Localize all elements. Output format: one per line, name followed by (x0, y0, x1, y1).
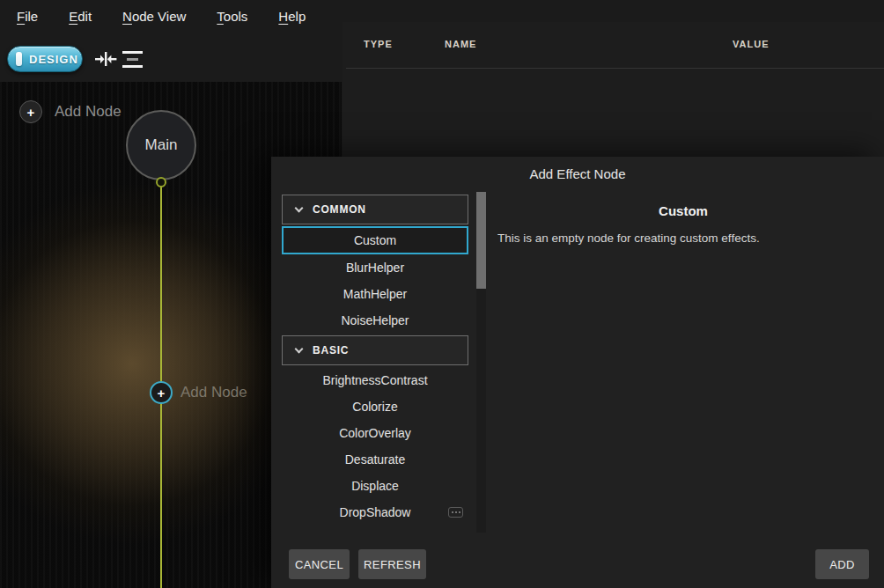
main-node[interactable]: Main (126, 110, 196, 180)
chevron-down-icon (295, 344, 304, 353)
more-options-icon (448, 507, 463, 518)
design-mode-toggle[interactable]: DESIGN (7, 46, 83, 72)
collapse-horizontal-icon[interactable] (94, 50, 117, 68)
app-window: File Edit Node View Tools Help DESIGN TY… (0, 0, 884, 588)
add-effect-node-dialog: Add Effect Node COMMON Custom BlurHelper… (271, 157, 884, 588)
plus-icon: + (27, 105, 35, 120)
effect-item-desaturate[interactable]: Desaturate (282, 446, 468, 473)
header-divider (346, 68, 884, 69)
add-node-button-top[interactable]: + (19, 100, 42, 123)
effect-item-noisehelper[interactable]: NoiseHelper (282, 307, 468, 334)
refresh-button[interactable]: REFRESH (358, 549, 426, 579)
menu-help[interactable]: Help (277, 7, 306, 26)
column-header-type: TYPE (364, 39, 393, 49)
effect-detail-description: This is an empty node for creating custo… (497, 232, 875, 245)
add-button[interactable]: ADD (815, 549, 869, 579)
section-header-basic[interactable]: BASIC (282, 335, 468, 365)
menu-edit[interactable]: Edit (68, 7, 92, 26)
column-header-value: VALUE (733, 39, 769, 49)
effect-item-mathhelper[interactable]: MathHelper (282, 281, 468, 307)
add-node-label-inline[interactable]: Add Node (180, 384, 247, 401)
design-toggle-label: DESIGN (29, 53, 78, 66)
main-node-output-port[interactable] (156, 177, 166, 187)
parameters-panel: TYPE NAME VALUE (343, 22, 884, 157)
menubar: File Edit Node View Tools Help (16, 7, 306, 26)
effect-item-coloroverlay[interactable]: ColorOverlay (282, 420, 468, 446)
section-header-common[interactable]: COMMON (282, 195, 468, 224)
main-node-label: Main (145, 136, 178, 154)
effect-item-custom[interactable]: Custom (282, 226, 468, 254)
plus-icon: + (158, 386, 166, 401)
align-lines-icon[interactable] (122, 51, 143, 68)
effect-detail-title: Custom (483, 203, 884, 218)
effect-item-colorize[interactable]: Colorize (282, 393, 468, 420)
add-node-button-inline[interactable]: + (150, 381, 173, 404)
parameters-table-header: TYPE NAME VALUE (343, 39, 884, 56)
effect-list: COMMON Custom BlurHelper MathHelper Nois… (282, 195, 468, 526)
effect-item-dropshadow[interactable]: DropShadow (282, 499, 468, 526)
toggle-knob-icon (16, 52, 22, 66)
effect-detail-panel: Custom This is an empty node for creatin… (483, 157, 884, 588)
menu-tools[interactable]: Tools (216, 7, 248, 26)
cancel-button[interactable]: CANCEL (289, 549, 350, 579)
chevron-down-icon (295, 203, 304, 212)
effect-item-brightnesscontrast[interactable]: BrightnessContrast (282, 367, 468, 393)
add-node-label-top[interactable]: Add Node (55, 103, 122, 121)
menu-file[interactable]: File (16, 7, 39, 26)
effect-item-blurhelper[interactable]: BlurHelper (282, 254, 468, 281)
effect-item-displace[interactable]: Displace (282, 473, 468, 499)
menu-node-view[interactable]: Node View (122, 7, 187, 26)
column-header-name: NAME (445, 39, 476, 49)
